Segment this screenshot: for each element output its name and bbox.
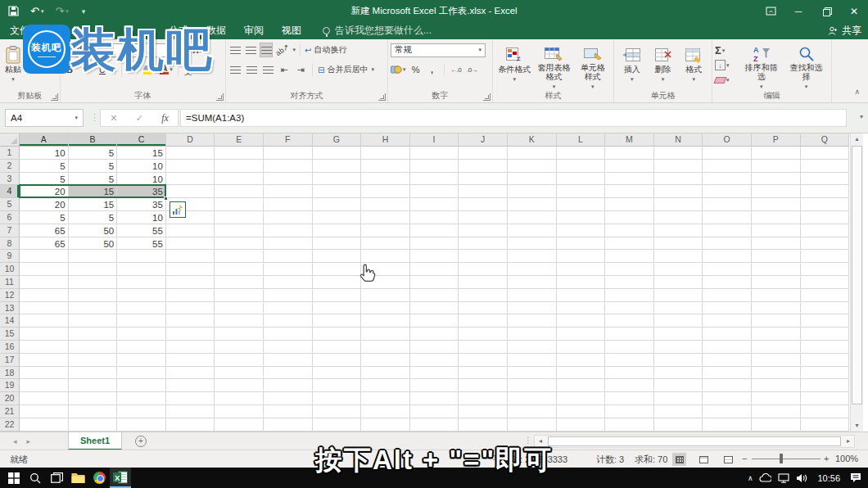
- cell-M3[interactable]: [605, 173, 654, 186]
- cell-E18[interactable]: [215, 367, 264, 380]
- column-header-A[interactable]: A: [20, 133, 69, 147]
- cell-N1[interactable]: [654, 147, 703, 160]
- cell-A8[interactable]: 65: [20, 237, 69, 251]
- cell-K7[interactable]: [508, 224, 557, 237]
- align-top-icon[interactable]: [228, 43, 242, 57]
- cell-D4[interactable]: [166, 185, 215, 198]
- cell-K12[interactable]: [508, 289, 557, 302]
- cell-G6[interactable]: [313, 211, 362, 224]
- cell-I17[interactable]: [410, 354, 459, 367]
- wrap-text-button[interactable]: ↩自动换行: [305, 43, 346, 57]
- cell-I4[interactable]: [410, 185, 459, 198]
- cell-F3[interactable]: [264, 173, 313, 186]
- cell-P12[interactable]: [752, 289, 801, 302]
- cell-Q2[interactable]: [801, 160, 850, 173]
- cell-E14[interactable]: [215, 314, 264, 328]
- cell-E8[interactable]: [215, 237, 264, 251]
- cell-I8[interactable]: [410, 237, 459, 251]
- cell-L11[interactable]: [557, 276, 606, 289]
- cell-C20[interactable]: [117, 392, 166, 405]
- cell-B21[interactable]: [69, 405, 118, 418]
- cell-B13[interactable]: [69, 302, 118, 315]
- vertical-scrollbar[interactable]: ▴ ▾: [850, 133, 863, 432]
- cell-F12[interactable]: [264, 289, 313, 302]
- cell-G4[interactable]: [313, 185, 362, 198]
- cell-G19[interactable]: [313, 379, 362, 392]
- cell-J18[interactable]: [459, 367, 508, 380]
- cell-L22[interactable]: [557, 418, 606, 432]
- cell-F19[interactable]: [264, 379, 313, 392]
- cell-H16[interactable]: [361, 341, 410, 354]
- cell-H5[interactable]: [361, 198, 410, 211]
- align-right-icon[interactable]: [261, 62, 274, 77]
- column-header-H[interactable]: H: [361, 133, 410, 147]
- cell-L20[interactable]: [557, 392, 606, 405]
- cell-E9[interactable]: [215, 250, 264, 263]
- cell-Q6[interactable]: [801, 211, 850, 224]
- cell-B19[interactable]: [69, 379, 118, 392]
- cell-D19[interactable]: [166, 379, 215, 392]
- cell-B6[interactable]: 5: [69, 211, 118, 224]
- cell-J20[interactable]: [459, 392, 508, 405]
- minimize-button[interactable]: ─: [784, 0, 812, 22]
- cell-F4[interactable]: [264, 185, 313, 198]
- cell-F13[interactable]: [264, 302, 313, 315]
- cell-G22[interactable]: [313, 418, 362, 432]
- cell-K1[interactable]: [508, 147, 557, 160]
- cell-Q22[interactable]: [801, 418, 850, 432]
- cell-D13[interactable]: [166, 302, 215, 315]
- cell-N15[interactable]: [654, 328, 703, 341]
- cell-J1[interactable]: [459, 147, 508, 160]
- cell-J5[interactable]: [459, 198, 508, 211]
- cell-L3[interactable]: [557, 173, 606, 186]
- cell-Q8[interactable]: [801, 237, 850, 251]
- cell-D2[interactable]: [166, 160, 215, 173]
- restore-button[interactable]: [812, 0, 840, 22]
- cell-P20[interactable]: [752, 392, 801, 405]
- cell-I1[interactable]: [410, 147, 459, 160]
- select-all-button[interactable]: [0, 133, 20, 147]
- cell-J17[interactable]: [459, 354, 508, 367]
- decrease-decimal-icon[interactable]: .0→: [466, 62, 479, 77]
- cell-P14[interactable]: [752, 314, 801, 328]
- cell-N4[interactable]: [654, 185, 703, 198]
- cell-K10[interactable]: [508, 263, 557, 276]
- cell-N11[interactable]: [654, 276, 703, 289]
- cell-F15[interactable]: [264, 328, 313, 341]
- cell-A2[interactable]: 5: [20, 160, 69, 173]
- column-header-E[interactable]: E: [215, 133, 264, 147]
- cell-K22[interactable]: [508, 418, 557, 432]
- cell-B18[interactable]: [69, 367, 118, 380]
- cell-P16[interactable]: [752, 341, 801, 354]
- scroll-up-icon[interactable]: ▴: [851, 133, 863, 145]
- cell-B8[interactable]: 50: [69, 237, 118, 251]
- cell-P18[interactable]: [752, 367, 801, 380]
- cell-L13[interactable]: [557, 302, 606, 315]
- cell-J10[interactable]: [459, 263, 508, 276]
- row-header-22[interactable]: 22: [0, 418, 20, 432]
- tab-review[interactable]: 审阅: [241, 22, 267, 39]
- cell-L15[interactable]: [557, 328, 606, 341]
- cell-G15[interactable]: [313, 328, 362, 341]
- cell-K11[interactable]: [508, 276, 557, 289]
- row-header-6[interactable]: 6: [0, 211, 20, 224]
- fill-handle[interactable]: [164, 197, 168, 201]
- cell-I22[interactable]: [410, 418, 459, 432]
- cell-L17[interactable]: [557, 354, 606, 367]
- cell-D1[interactable]: [166, 147, 215, 160]
- cell-I11[interactable]: [410, 276, 459, 289]
- cell-C22[interactable]: [117, 418, 166, 432]
- cell-Q18[interactable]: [801, 367, 850, 380]
- cell-K17[interactable]: [508, 354, 557, 367]
- cell-A19[interactable]: [20, 379, 69, 392]
- cell-B20[interactable]: [69, 392, 118, 405]
- cell-O18[interactable]: [703, 367, 752, 380]
- decrease-indent-icon[interactable]: ⇤: [278, 62, 291, 77]
- cell-Q16[interactable]: [801, 341, 850, 354]
- cell-H2[interactable]: [361, 160, 410, 173]
- cell-O22[interactable]: [703, 418, 752, 432]
- cell-Q10[interactable]: [801, 263, 850, 276]
- row-header-4[interactable]: 4: [0, 185, 20, 198]
- cell-I6[interactable]: [410, 211, 459, 224]
- cell-A17[interactable]: [20, 354, 69, 367]
